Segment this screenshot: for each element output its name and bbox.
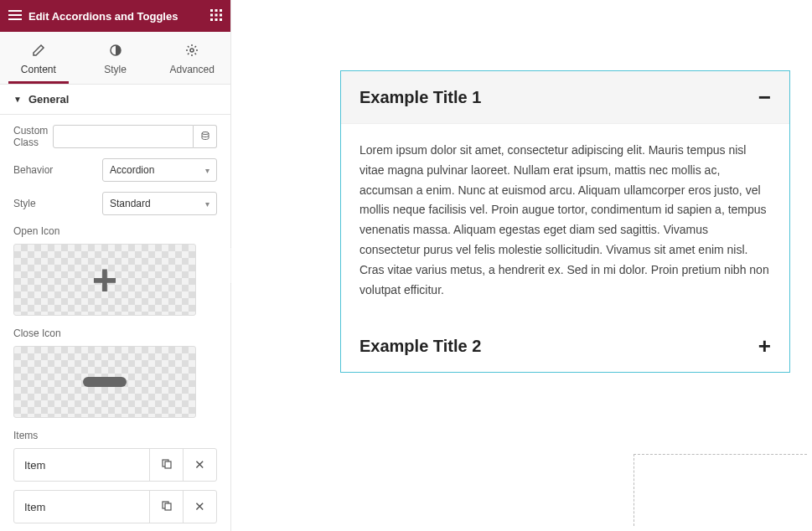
svg-point-13: [190, 49, 194, 52]
item-label[interactable]: Item: [14, 449, 149, 481]
section-general-label: General: [28, 93, 69, 106]
accordion-header-1[interactable]: Example Title 1 −: [341, 71, 789, 124]
svg-rect-16: [165, 461, 171, 468]
expand-icon: +: [758, 335, 771, 357]
svg-rect-8: [220, 13, 222, 16]
controls-panel: ▼ General Custom Class: [0, 85, 230, 531]
copy-icon: [161, 500, 173, 514]
editor-sidebar: Edit Accordions and Toggles Content: [0, 0, 231, 531]
header-title: Edit Accordions and Toggles: [28, 10, 178, 23]
accordion-widget[interactable]: Example Title 1 − Lorem ipsum dolor sit …: [340, 70, 790, 373]
svg-rect-0: [8, 10, 22, 12]
close-icon: ✕: [194, 457, 205, 472]
items-label: Items: [13, 430, 217, 441]
item-row: Item ✕: [13, 448, 217, 482]
dynamic-tag-button[interactable]: [194, 125, 217, 148]
control-behavior: Behavior Accordion: [13, 158, 217, 182]
item-delete-button[interactable]: ✕: [183, 449, 216, 481]
accordion-body-1: Lorem ipsum dolor sit amet, consectetur …: [341, 124, 789, 320]
custom-class-label: Custom Class: [13, 125, 53, 148]
svg-rect-3: [210, 9, 213, 12]
section-dropzone[interactable]: [634, 454, 807, 526]
items-list: Item ✕ Item: [13, 448, 217, 523]
svg-rect-4: [215, 9, 218, 12]
item-duplicate-button[interactable]: [149, 449, 183, 481]
behavior-label: Behavior: [13, 164, 102, 176]
pencil-icon: [0, 44, 77, 59]
svg-rect-10: [215, 18, 218, 21]
style-label: Style: [13, 198, 102, 209]
tab-style-label: Style: [104, 64, 127, 75]
svg-rect-6: [210, 13, 213, 16]
svg-rect-18: [165, 503, 171, 510]
section-general-header[interactable]: ▼ General: [0, 85, 230, 115]
caret-down-icon: ▼: [13, 95, 22, 104]
widgets-grid-icon[interactable]: [210, 9, 222, 23]
collapse-icon: −: [758, 86, 771, 108]
behavior-select[interactable]: Accordion: [102, 158, 217, 182]
tab-advanced-label: Advanced: [169, 64, 214, 75]
database-icon: [200, 131, 210, 143]
svg-rect-5: [220, 9, 222, 12]
menu-icon[interactable]: [8, 9, 22, 23]
behavior-value: Accordion: [110, 164, 154, 176]
plus-icon: +: [92, 258, 117, 302]
close-icon: ✕: [194, 499, 205, 514]
svg-point-14: [202, 131, 209, 134]
gear-icon: [153, 44, 230, 59]
item-delete-button[interactable]: ✕: [183, 491, 216, 523]
accordion-item-2: Example Title 2 +: [341, 320, 789, 372]
accordion-item-1: Example Title 1 − Lorem ipsum dolor sit …: [341, 71, 789, 320]
control-style: Style Standard: [13, 192, 217, 215]
accordion-header-2[interactable]: Example Title 2 +: [341, 320, 789, 372]
item-duplicate-button[interactable]: [149, 491, 183, 523]
tab-content-label: Content: [21, 64, 56, 75]
accordion-title-2: Example Title 2: [359, 337, 481, 356]
item-label[interactable]: Item: [14, 491, 149, 523]
item-row: Item ✕: [13, 490, 217, 523]
tab-style[interactable]: Style: [77, 32, 154, 84]
style-select[interactable]: Standard: [102, 192, 217, 215]
svg-rect-7: [215, 13, 218, 16]
tab-content[interactable]: Content: [0, 32, 77, 84]
close-icon-label: Close Icon: [13, 327, 217, 339]
accordion-title-1: Example Title 1: [359, 88, 481, 107]
custom-class-input[interactable]: [53, 125, 194, 148]
open-icon-label: Open Icon: [13, 225, 217, 237]
tab-advanced[interactable]: Advanced: [153, 32, 230, 84]
contrast-icon: [77, 44, 154, 59]
svg-rect-2: [8, 18, 22, 20]
svg-rect-9: [210, 18, 213, 21]
editor-tabs: Content Style Advanced: [0, 32, 230, 85]
close-icon-picker[interactable]: [13, 346, 196, 418]
svg-rect-1: [8, 14, 22, 16]
preview-canvas: Example Title 1 − Lorem ipsum dolor sit …: [231, 0, 812, 531]
control-custom-class: Custom Class: [13, 125, 217, 148]
copy-icon: [161, 458, 173, 472]
sidebar-header: Edit Accordions and Toggles: [0, 0, 230, 32]
minus-icon: [83, 377, 127, 387]
open-icon-picker[interactable]: +: [13, 244, 196, 316]
style-value: Standard: [110, 198, 151, 209]
svg-rect-11: [220, 18, 222, 21]
